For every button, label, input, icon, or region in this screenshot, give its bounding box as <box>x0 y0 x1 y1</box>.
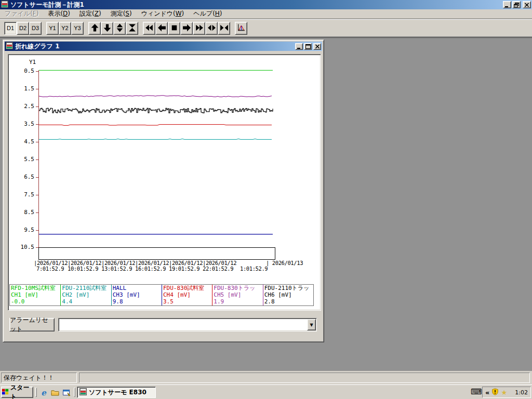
x-time-label: 7:01:52.9 <box>36 265 64 272</box>
scroll-down-button[interactable] <box>101 22 113 35</box>
triangles-updown-icon <box>115 23 124 33</box>
graph-window: 折れ線グラフ 1 Y1 0.51.52.53.54.55.56.57.58.59… <box>3 39 324 342</box>
status-message-panel: 保存ウェイト！！ <box>1 373 77 383</box>
triangles-in-icon <box>220 23 229 33</box>
toolbar-gap <box>138 22 143 35</box>
mdi-workspace: 折れ線グラフ 1 Y1 0.51.52.53.54.55.56.57.58.59… <box>0 37 532 371</box>
graph-setup-button[interactable] <box>235 22 247 35</box>
restore-button[interactable] <box>512 1 521 8</box>
expand-vertical-button[interactable] <box>113 22 126 35</box>
task-button-icon <box>79 388 87 397</box>
minimize-button[interactable] <box>503 1 511 8</box>
graph-window-titlebar[interactable]: 折れ線グラフ 1 <box>5 42 322 51</box>
y3-button[interactable]: Y3 <box>71 22 84 35</box>
legend-channel-id: CH2 [mV] <box>62 291 111 298</box>
graph-maximize-button[interactable] <box>304 43 312 50</box>
legend-channel-name: FDU-830トラッ <box>214 285 262 291</box>
legend-channel-value: 4.4 <box>62 298 111 305</box>
double-right-icon <box>195 23 204 33</box>
close-button[interactable] <box>523 1 531 8</box>
main-window-titlebar[interactable]: ソフトサーモ計測－計測1 <box>0 0 532 9</box>
alarm-reset-button[interactable]: アラームリセット <box>9 318 55 331</box>
legend-column-ch5: FDU-830トラッCH5 [mV]1.9 <box>212 285 262 305</box>
graph-minimize-button[interactable] <box>295 43 303 50</box>
legend-channel-name: FDU-2110トラッ <box>264 285 313 291</box>
toolbar: D1D2D3Y1Y2Y3 <box>0 19 532 37</box>
x-date-label: | 2026/01/13 <box>266 260 303 266</box>
arrow-down-icon <box>103 23 112 33</box>
forward-button[interactable] <box>193 22 205 35</box>
arrow-left-icon <box>157 23 166 33</box>
stop-button[interactable] <box>168 22 180 35</box>
start-button[interactable]: スタート <box>1 387 33 398</box>
quicklaunch-desktop-icon[interactable] <box>61 388 72 398</box>
rewind-button[interactable] <box>143 22 155 35</box>
hourglass-icon <box>128 23 137 33</box>
legend-table: RFD-10MS試料室CH1 [mV]-0.0FDU-2110試料室CH2 [m… <box>9 284 314 306</box>
taskband-grip[interactable] <box>74 388 75 397</box>
menu-item-view[interactable]: 表示(D) <box>43 9 75 19</box>
task-button-label: ソフトサーモ E830 <box>89 388 147 397</box>
legend-channel-id: CH5 [mV] <box>214 291 262 298</box>
toolbar-gap <box>230 22 235 35</box>
windows-logo-icon <box>2 388 9 397</box>
combo-dropdown-button[interactable]: ▼ <box>307 319 316 330</box>
legend-channel-name: FDU-2110試料室 <box>62 285 111 291</box>
quicklaunch-grip[interactable] <box>35 388 37 397</box>
alarm-combobox[interactable]: ▼ <box>58 318 317 331</box>
legend-channel-id: CH3 [mV] <box>113 291 162 298</box>
d1-button[interactable]: D1 <box>4 22 17 35</box>
chart-icon <box>237 23 246 33</box>
expand-horizontal-button[interactable] <box>205 22 218 35</box>
legend-channel-id: CH4 [mV] <box>163 291 212 298</box>
double-left-icon <box>145 23 154 33</box>
compress-horizontal-button[interactable] <box>218 22 230 35</box>
d2-button[interactable]: D2 <box>17 22 29 35</box>
menu-item-measure[interactable]: 測定(S) <box>106 9 137 19</box>
d3-button[interactable]: D3 <box>29 22 42 35</box>
tray-star-icon[interactable]: ★ <box>501 389 507 396</box>
scroll-up-button[interactable] <box>88 22 101 35</box>
step-right-button[interactable] <box>180 22 193 35</box>
task-button[interactable]: ソフトサーモ E830 <box>77 387 156 398</box>
arrow-right-icon <box>182 23 191 33</box>
x-time-label: 13:01:52.9 <box>101 265 132 272</box>
legend-channel-name: RFD-10MS試料室 <box>11 285 60 291</box>
compress-vertical-button[interactable] <box>126 22 138 35</box>
system-tray: « ★ 1:02 <box>482 387 531 398</box>
toolbar-gap <box>84 22 88 35</box>
x-time-label: 16:01:52.9 <box>135 265 166 272</box>
y2-button[interactable]: Y2 <box>59 22 71 35</box>
status-secondary-panel <box>79 373 530 383</box>
legend-channel-name: FDU-830試料室 <box>163 285 212 291</box>
legend-channel-name: HALL <box>113 285 162 291</box>
chart-svg <box>8 55 322 311</box>
legend-channel-value: 1.9 <box>214 298 262 305</box>
menu-item-window[interactable]: ウィンドウ(W) <box>137 9 189 19</box>
arrow-up-icon <box>90 23 99 33</box>
step-left-button[interactable] <box>155 22 168 35</box>
x-time-label: 1:01:52.9 <box>240 265 268 272</box>
x-time-label: 22:01:52.9 <box>203 265 233 272</box>
legend-channel-value: 9.8 <box>113 298 162 305</box>
graph-close-button[interactable] <box>313 43 321 50</box>
taskbar-clock: 1:02 <box>515 389 528 396</box>
taskbar: スタート e ソフトサーモ E830 ⌨ « ★ 1:02 <box>0 384 532 399</box>
legend-column-ch3: HALLCH3 [mV]9.8 <box>111 285 162 305</box>
y1-button[interactable]: Y1 <box>46 22 59 35</box>
dropdown-arrow-icon: ▼ <box>310 323 313 327</box>
graph-window-title: 折れ線グラフ 1 <box>15 42 60 51</box>
app-icon <box>1 1 8 9</box>
tray-chevron-icon[interactable]: « <box>485 389 489 396</box>
quicklaunch-folder-icon[interactable] <box>50 388 60 398</box>
menubar: ファイル(F)表示(D)設定(Z)測定(S)ウィンドウ(W)ヘルプ(H) <box>0 9 532 19</box>
menu-item-file[interactable]: ファイル(F) <box>0 9 43 19</box>
toolbar-gap <box>42 22 46 35</box>
main-window-title: ソフトサーモ計測－計測1 <box>10 1 84 9</box>
tray-alert-shield-icon[interactable] <box>491 388 499 397</box>
quicklaunch-ie-icon[interactable]: e <box>38 388 49 398</box>
menu-item-help[interactable]: ヘルプ(H) <box>189 9 227 19</box>
menu-item-settings[interactable]: 設定(Z) <box>75 9 106 19</box>
tray-keyboard-icon[interactable]: ⌨ <box>471 388 482 396</box>
x-time-label: 10:01:52.9 <box>68 265 98 272</box>
